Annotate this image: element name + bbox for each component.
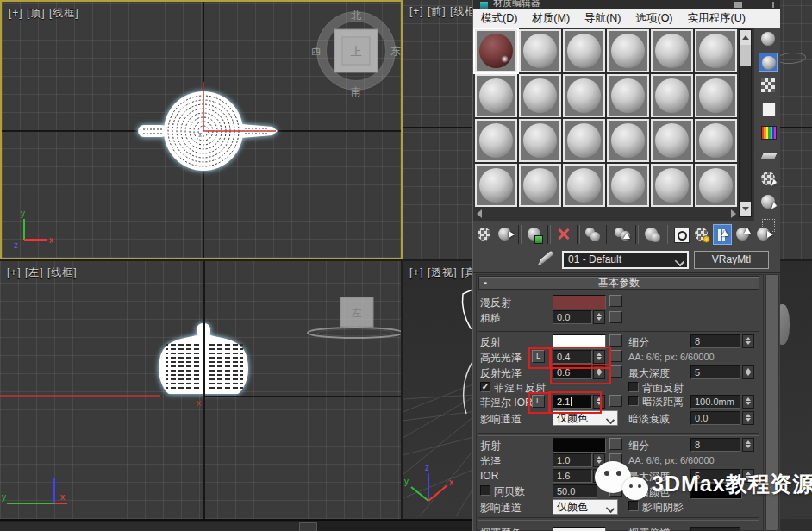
material-sample-slot[interactable] [607, 29, 649, 72]
material-sample-slot[interactable] [519, 164, 561, 207]
material-type-button[interactable]: VRayMtl [694, 251, 769, 269]
refr-gloss-field[interactable]: 1.0 [553, 453, 592, 467]
show-background-icon[interactable] [713, 224, 732, 245]
fresnel-ior-spinner[interactable] [593, 395, 605, 409]
slots-scroll-right-icon[interactable] [728, 207, 740, 219]
material-sample-slot[interactable] [695, 119, 737, 162]
reflect-color-swatch[interactable] [553, 334, 606, 349]
refl-affect-channels-dropdown[interactable]: 仅颜色 [553, 410, 618, 426]
material-sample-slot[interactable] [563, 29, 605, 72]
refr-ior-field[interactable]: 1.6 [553, 469, 592, 483]
material-sample-slot[interactable] [475, 119, 517, 162]
scroll-up-icon[interactable] [740, 30, 751, 45]
pick-material-eyedropper-icon[interactable] [539, 251, 553, 264]
refl-gloss-spinner[interactable] [593, 365, 605, 379]
back-side-checkbox[interactable] [628, 382, 639, 392]
dim-falloff-spinner[interactable] [742, 411, 754, 425]
material-sample-slot[interactable] [651, 29, 693, 72]
material-sample-slot[interactable] [563, 164, 605, 207]
material-id-channel-icon[interactable] [642, 224, 661, 245]
menu-navigation[interactable]: 导航(N) [584, 11, 621, 26]
refract-color-swatch[interactable] [553, 438, 606, 453]
backlight-icon[interactable] [759, 53, 778, 72]
fog-mult-field-partial[interactable] [690, 527, 740, 531]
material-sample-slot[interactable] [695, 74, 737, 117]
refr-subdivs-field[interactable]: 8 [690, 438, 740, 452]
material-sample-slot[interactable] [519, 29, 561, 72]
refl-gloss-map-button[interactable] [609, 365, 622, 378]
material-sample-slot[interactable] [475, 74, 517, 117]
hilight-gloss-spinner[interactable] [593, 350, 605, 364]
material-sample-slot[interactable] [695, 164, 737, 207]
slots-vertical-scrollbar[interactable] [739, 29, 752, 217]
refl-gloss-field[interactable]: 0.6 [553, 365, 592, 379]
fresnel-checkbox-checked[interactable]: ✓ [480, 382, 490, 392]
hilight-gloss-map-button[interactable] [609, 350, 622, 362]
get-material-icon[interactable] [475, 224, 494, 245]
menu-utilities[interactable]: 实用程序(U) [688, 11, 746, 26]
sample-type-icon[interactable] [759, 29, 778, 48]
dim-distance-field[interactable]: 100.0mm [690, 395, 740, 409]
reset-map-mtl-icon[interactable] [554, 224, 573, 245]
basic-parameters-rollout[interactable]: - 基本参数 [478, 276, 759, 290]
hilight-gloss-field[interactable]: 0.4 [553, 350, 592, 364]
hilight-lock-button[interactable]: L [532, 350, 545, 363]
fresnel-ior-lock-button[interactable]: L [532, 395, 545, 408]
refr-subdivs-spinner[interactable] [742, 438, 754, 452]
sample-uv-tiling-icon[interactable] [759, 99, 778, 118]
refract-map-button[interactable] [609, 438, 622, 450]
select-by-material-icon[interactable] [759, 192, 778, 211]
viewport-front-label[interactable]: [+] [前] [线框] [409, 4, 480, 19]
material-sample-slot[interactable] [651, 119, 693, 162]
viewport-top[interactable]: z y x z 北 南 西 东 上 [+] [顶] [线框] [0, 0, 403, 259]
collapse-icon[interactable]: - [484, 277, 487, 290]
go-forward-to-sibling-icon[interactable] [754, 224, 773, 245]
material-sample-slot[interactable] [563, 119, 605, 162]
diffuse-map-button[interactable] [609, 295, 622, 307]
refl-max-depth-field[interactable]: 5 [690, 365, 740, 379]
refl-max-depth-spinner[interactable] [742, 365, 754, 379]
slots-scroll-left-icon[interactable] [474, 207, 486, 219]
menu-options[interactable]: 选项(O) [635, 11, 672, 26]
viewport-top-label[interactable]: [+] [顶] [线框] [9, 6, 79, 21]
assign-material-to-selection-icon[interactable] [525, 224, 544, 245]
scroll-down-icon[interactable] [740, 202, 751, 216]
menu-material[interactable]: 材质(M) [532, 11, 570, 26]
roughness-field[interactable]: 0.0 [553, 310, 592, 324]
viewport-left-label[interactable]: [+] [左] [线框] [7, 266, 78, 280]
go-to-parent-icon[interactable] [734, 224, 753, 245]
material-sample-slot[interactable] [519, 74, 561, 117]
viewcube-top[interactable]: 北 南 西 东 上 [310, 9, 402, 98]
show-shaded-material-in-viewport-icon[interactable] [692, 224, 711, 245]
make-material-copy-icon[interactable] [584, 224, 603, 245]
abbe-field[interactable]: 50.0 [553, 484, 597, 498]
material-sample-slot[interactable] [519, 119, 561, 162]
material-sample-slot[interactable] [651, 74, 693, 117]
menu-mode[interactable]: 模式(D) [481, 11, 517, 26]
material-editor-titlebar[interactable]: 材质编辑器 [473, 0, 780, 9]
put-to-library-icon[interactable] [613, 224, 632, 245]
make-preview-icon[interactable] [759, 146, 778, 165]
time-slider-handle[interactable] [299, 522, 317, 531]
diffuse-color-swatch[interactable] [553, 295, 606, 309]
abbe-checkbox[interactable] [480, 485, 490, 496]
close-icon[interactable] [772, 2, 780, 8]
viewcube-left[interactable]: 左 [304, 294, 403, 344]
material-sample-slot[interactable] [607, 74, 649, 117]
dim-distance-spinner[interactable] [742, 395, 754, 409]
scrollbar-thumb[interactable] [740, 45, 751, 66]
refl-subdivs-spinner[interactable] [742, 334, 754, 348]
fog-color-swatch-partial[interactable] [553, 527, 606, 531]
refl-subdivs-field[interactable]: 8 [690, 334, 740, 348]
options-icon[interactable] [759, 169, 778, 188]
background-checker-icon[interactable] [759, 76, 778, 95]
material-sample-slot[interactable] [607, 119, 649, 162]
reflect-map-button[interactable] [609, 334, 622, 347]
material-name-dropdown[interactable]: 01 - Default [562, 251, 689, 269]
material-sample-slot[interactable] [475, 164, 517, 207]
material-sample-slot-selected[interactable] [475, 29, 517, 72]
material-sample-slot[interactable] [651, 164, 693, 207]
material-sample-slot[interactable] [695, 29, 737, 72]
roughness-spinner[interactable] [593, 310, 605, 324]
dim-distance-checkbox[interactable] [628, 396, 639, 406]
